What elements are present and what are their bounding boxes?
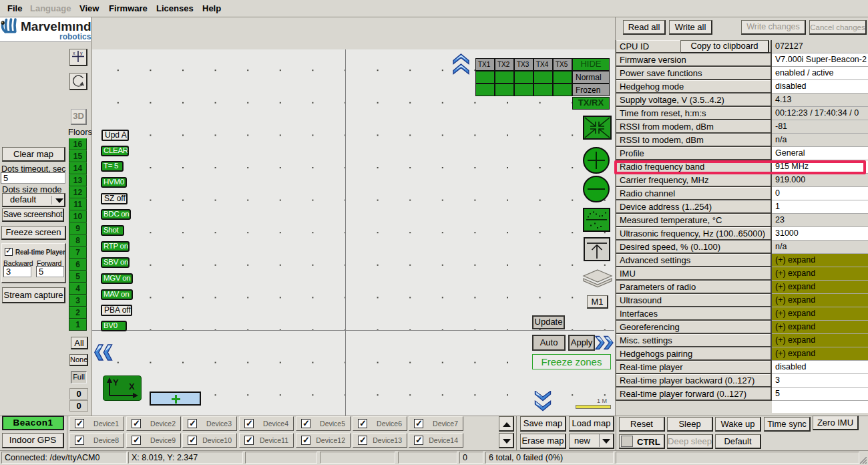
svg-text:X: X [129,381,135,392]
svg-text:y: y [80,51,83,56]
svg-text:Y: Y [113,377,119,388]
svg-text:x: x [73,51,75,55]
